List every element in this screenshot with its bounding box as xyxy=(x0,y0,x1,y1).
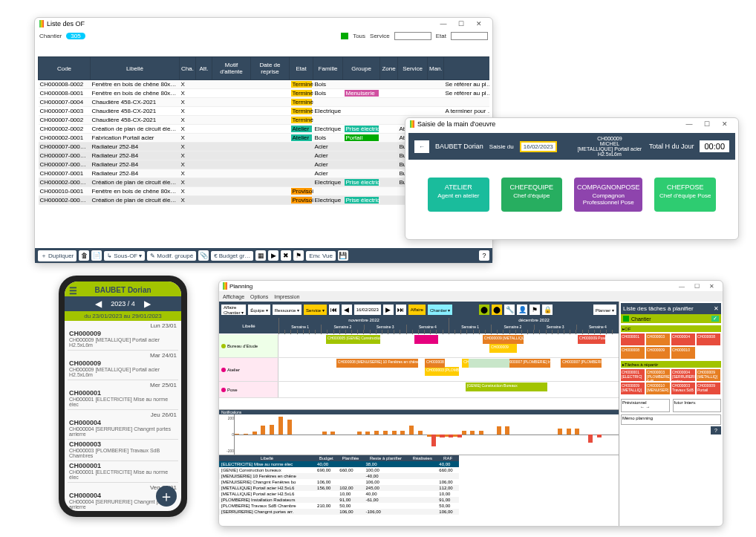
table-row[interactable]: [PLOMBERIE] Installation Radiateurs91,00… xyxy=(219,497,459,503)
task-chip[interactable]: CH000008 xyxy=(697,333,720,345)
table-row[interactable]: [METALLIQUE] Portail acier H2.5xL6156,00… xyxy=(219,485,459,491)
maximize-icon[interactable]: ☐ xyxy=(698,120,716,128)
table-row[interactable]: [PLOMBERIE] Travaux SdB Chambre210,0050,… xyxy=(219,503,459,509)
save-icon[interactable]: 💾 xyxy=(338,250,348,261)
gantt-bar[interactable]: CH000005 [GENIE] Construction Bureaux xyxy=(326,335,380,344)
gantt-bar[interactable]: CH000008 [MENUISERIE] 10 Fenêtres en chê… xyxy=(336,359,418,368)
task-chip[interactable]: CH000010 [MENUISER] xyxy=(646,383,670,394)
col-header[interactable]: Date de reprise xyxy=(251,57,290,80)
table-row[interactable]: [SERRURERIE] Changmt portes arr.106,00-1… xyxy=(219,509,459,515)
col-header[interactable]: Cha. xyxy=(180,57,196,80)
tous-checkbox[interactable] xyxy=(341,33,348,39)
gantt-bar[interactable]: CH000009 Pose xyxy=(578,335,605,344)
modif-groupe-button[interactable]: ✎Modif. groupé xyxy=(147,251,196,261)
task-chip[interactable]: CH000004 [SERRURERIE] portes xyxy=(671,369,695,381)
task-chip[interactable]: CH000003 xyxy=(646,333,670,345)
table-row[interactable]: [GENIE] Construction bureaux690,00660,00… xyxy=(219,467,459,473)
gantt-bar[interactable]: CH000009 xyxy=(489,344,517,353)
gantt-row-label[interactable]: Atelier xyxy=(219,358,278,381)
role-card[interactable]: COMPAGNONPOSECompagnon Professionnel Pos… xyxy=(574,178,642,212)
nav-prev-icon[interactable]: ◀ xyxy=(342,305,352,315)
tag2-icon[interactable]: ⬤ xyxy=(492,305,502,315)
task-chip[interactable]: CH000003 [PLOMBERIE] SdB Chambres xyxy=(646,369,670,381)
role-card[interactable]: CHEFPOSEChef d'équipe Pose xyxy=(654,178,716,212)
chantier-btn[interactable]: Chantier ▾ xyxy=(428,305,452,315)
chantier-badge[interactable]: 305 xyxy=(66,33,85,39)
add-fab-button[interactable]: ＋ xyxy=(156,486,177,507)
col-header[interactable]: Etat xyxy=(290,57,313,80)
minimize-icon[interactable]: — xyxy=(674,283,689,290)
task-chip[interactable]: CH000009 xyxy=(646,347,670,359)
sidebar-help-icon[interactable]: ? xyxy=(711,426,721,435)
task-chip[interactable]: CH000001 [ELECTRIC] xyxy=(621,369,645,381)
gantt-bar[interactable]: [GENIE] Construction Bureaux xyxy=(466,383,547,391)
task-chip[interactable]: CH000008 xyxy=(621,347,645,359)
col-header[interactable]: Service xyxy=(398,57,428,80)
close-icon[interactable]: ✕ xyxy=(704,283,719,290)
affaire2[interactable]: Affaire xyxy=(408,305,426,315)
menu-affichage[interactable]: Affichage xyxy=(223,294,244,299)
budget-button[interactable]: €Budget gr… xyxy=(211,251,253,261)
list-item[interactable]: CH000009CH000009 [METALLIQUE] Portail ac… xyxy=(68,359,178,380)
col-header[interactable]: Groupe xyxy=(343,57,380,80)
warn-icon[interactable]: ⚑ xyxy=(529,305,540,315)
copy-icon[interactable]: 📄 xyxy=(91,250,102,261)
ressource-filter[interactable]: Ressource ▾ xyxy=(273,305,302,315)
table-row[interactable]: [MENUISERIE] 10 Fenêtres en chêne-40,00 xyxy=(219,473,459,479)
close-icon[interactable]: ✕ xyxy=(470,20,488,27)
task-chip[interactable]: CH000009 Portail xyxy=(697,383,720,394)
nav-first-icon[interactable]: ⏮ xyxy=(329,305,339,315)
maximize-icon[interactable]: ☐ xyxy=(452,20,470,27)
col-header[interactable]: Zone xyxy=(380,57,398,80)
filter-btn-icon[interactable]: ✓ xyxy=(711,316,719,322)
col-header[interactable]: Motif d'attente xyxy=(212,57,251,80)
minimize-icon[interactable]: — xyxy=(434,20,452,27)
gantt-row-label[interactable]: Pose xyxy=(219,382,278,397)
menu-options[interactable]: Options xyxy=(250,294,268,299)
etat-dropdown[interactable] xyxy=(451,32,488,40)
futur-interv-box[interactable]: futur Interv. xyxy=(673,399,722,412)
user-icon[interactable]: 👤 xyxy=(517,305,527,315)
col-header[interactable]: Famille xyxy=(313,57,343,80)
service-filter[interactable]: Service ▾ xyxy=(304,305,327,315)
table-row[interactable]: CH000007-0003Chaudière 458-CX-2021XTermi… xyxy=(39,107,490,116)
role-card[interactable]: ATELIERAgent en atelier xyxy=(428,178,489,212)
gantt-bar[interactable]: CH000008 10 Fenêtres xyxy=(425,359,445,368)
task-chip[interactable]: CH000010 xyxy=(671,347,695,359)
menu-icon[interactable]: ☰ xyxy=(69,286,77,296)
equipe-filter[interactable]: Équipe ▾ xyxy=(248,305,270,315)
table-row[interactable]: [ELECTRICITE] Mise au norme élec40,0038,… xyxy=(219,461,459,467)
back-button[interactable]: ← xyxy=(414,140,429,153)
list-item[interactable]: CH000001CH000001 [ELECTRICITE] Mise au n… xyxy=(68,388,178,410)
nav-next-icon[interactable]: ▶ xyxy=(383,305,394,315)
task-chip[interactable]: CH000001 xyxy=(621,333,645,345)
phone-task-list[interactable]: Lun 23/01CH000009CH000009 [METALLIQUE] P… xyxy=(65,321,181,511)
task-chip[interactable]: CH000009 [METALLIQ] xyxy=(621,383,645,394)
export-icon[interactable]: ▦ xyxy=(255,250,266,261)
gantt-bar[interactable]: CH000009 [METALLIQUE] Portail acier xyxy=(483,335,524,344)
gantt-bar[interactable] xyxy=(469,359,509,368)
tool-icon[interactable]: 🔧 xyxy=(504,305,515,315)
list-item[interactable]: CH000004CH000004 [SERRURERIE] Changmt po… xyxy=(68,418,178,440)
gantt-bar[interactable]: CH000007 [PLOMBERIE] Installation Radiat… xyxy=(503,359,550,368)
list-item[interactable]: CH000001CH000001 [ELECTRICITE] Mise au n… xyxy=(68,461,178,483)
table-row[interactable]: [METALLIQUE] Portail acier H2.5xL610,004… xyxy=(219,491,459,497)
attach-icon[interactable]: 📎 xyxy=(198,250,209,261)
gantt-area[interactable]: Libellé novembre 2022décembre 2022 Semai… xyxy=(219,318,619,410)
col-header[interactable]: Libellé xyxy=(91,57,180,80)
gantt-bar[interactable]: CH000003 [PLOMBERIE] Travaux SdB Chambre… xyxy=(425,367,459,376)
close-icon[interactable]: ✕ xyxy=(716,120,734,128)
delete-icon[interactable]: 🗑 xyxy=(79,250,89,261)
gantt-bar[interactable] xyxy=(414,335,438,344)
table-row[interactable]: CH000008-0002Fenêtre en bois de chêne 80… xyxy=(39,80,490,89)
task-chip[interactable]: CH000003 Travaux SdB xyxy=(671,383,695,394)
lock-icon[interactable]: 🔒 xyxy=(542,305,553,315)
service-dropdown[interactable] xyxy=(394,32,431,40)
date-input[interactable]: 16/02/2023 xyxy=(520,141,557,152)
prev-week-button[interactable]: ◀ xyxy=(95,299,102,309)
sous-of-button[interactable]: ↳Sous-OF ▾ xyxy=(104,251,145,261)
env-vue-button[interactable]: Env. Vue xyxy=(306,251,336,261)
sidebar-close-icon[interactable]: ✕ xyxy=(714,305,719,312)
col-header[interactable]: Code xyxy=(39,57,91,80)
previsionnel-box[interactable]: Prévisionnel← → xyxy=(621,399,670,412)
